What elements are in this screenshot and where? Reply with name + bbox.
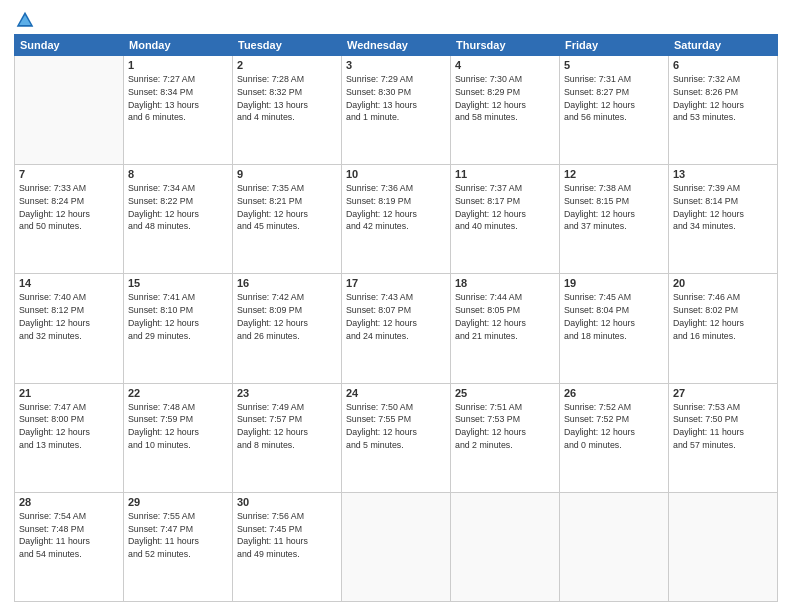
day-info: Sunrise: 7:28 AM Sunset: 8:32 PM Dayligh… bbox=[237, 73, 337, 124]
weekday-header-tuesday: Tuesday bbox=[233, 35, 342, 56]
day-cell: 7Sunrise: 7:33 AM Sunset: 8:24 PM Daylig… bbox=[15, 165, 124, 274]
day-number: 14 bbox=[19, 277, 119, 289]
day-info: Sunrise: 7:30 AM Sunset: 8:29 PM Dayligh… bbox=[455, 73, 555, 124]
day-number: 12 bbox=[564, 168, 664, 180]
day-cell bbox=[342, 492, 451, 601]
day-cell: 30Sunrise: 7:56 AM Sunset: 7:45 PM Dayli… bbox=[233, 492, 342, 601]
logo bbox=[14, 10, 36, 26]
day-info: Sunrise: 7:42 AM Sunset: 8:09 PM Dayligh… bbox=[237, 291, 337, 342]
day-cell: 9Sunrise: 7:35 AM Sunset: 8:21 PM Daylig… bbox=[233, 165, 342, 274]
day-number: 28 bbox=[19, 496, 119, 508]
day-cell: 27Sunrise: 7:53 AM Sunset: 7:50 PM Dayli… bbox=[669, 383, 778, 492]
day-number: 25 bbox=[455, 387, 555, 399]
day-info: Sunrise: 7:40 AM Sunset: 8:12 PM Dayligh… bbox=[19, 291, 119, 342]
day-info: Sunrise: 7:46 AM Sunset: 8:02 PM Dayligh… bbox=[673, 291, 773, 342]
day-info: Sunrise: 7:56 AM Sunset: 7:45 PM Dayligh… bbox=[237, 510, 337, 561]
day-cell: 28Sunrise: 7:54 AM Sunset: 7:48 PM Dayli… bbox=[15, 492, 124, 601]
day-info: Sunrise: 7:38 AM Sunset: 8:15 PM Dayligh… bbox=[564, 182, 664, 233]
weekday-header-monday: Monday bbox=[124, 35, 233, 56]
week-row-3: 14Sunrise: 7:40 AM Sunset: 8:12 PM Dayli… bbox=[15, 274, 778, 383]
day-cell: 2Sunrise: 7:28 AM Sunset: 8:32 PM Daylig… bbox=[233, 56, 342, 165]
day-cell bbox=[451, 492, 560, 601]
week-row-5: 28Sunrise: 7:54 AM Sunset: 7:48 PM Dayli… bbox=[15, 492, 778, 601]
day-number: 21 bbox=[19, 387, 119, 399]
day-number: 7 bbox=[19, 168, 119, 180]
day-number: 18 bbox=[455, 277, 555, 289]
day-info: Sunrise: 7:32 AM Sunset: 8:26 PM Dayligh… bbox=[673, 73, 773, 124]
day-cell: 12Sunrise: 7:38 AM Sunset: 8:15 PM Dayli… bbox=[560, 165, 669, 274]
day-info: Sunrise: 7:44 AM Sunset: 8:05 PM Dayligh… bbox=[455, 291, 555, 342]
day-cell: 8Sunrise: 7:34 AM Sunset: 8:22 PM Daylig… bbox=[124, 165, 233, 274]
day-info: Sunrise: 7:52 AM Sunset: 7:52 PM Dayligh… bbox=[564, 401, 664, 452]
header bbox=[14, 10, 778, 26]
day-info: Sunrise: 7:53 AM Sunset: 7:50 PM Dayligh… bbox=[673, 401, 773, 452]
day-cell: 10Sunrise: 7:36 AM Sunset: 8:19 PM Dayli… bbox=[342, 165, 451, 274]
logo-icon bbox=[15, 10, 35, 30]
day-info: Sunrise: 7:33 AM Sunset: 8:24 PM Dayligh… bbox=[19, 182, 119, 233]
day-number: 3 bbox=[346, 59, 446, 71]
day-number: 15 bbox=[128, 277, 228, 289]
day-info: Sunrise: 7:39 AM Sunset: 8:14 PM Dayligh… bbox=[673, 182, 773, 233]
calendar-table: SundayMondayTuesdayWednesdayThursdayFrid… bbox=[14, 34, 778, 602]
day-number: 5 bbox=[564, 59, 664, 71]
day-cell: 26Sunrise: 7:52 AM Sunset: 7:52 PM Dayli… bbox=[560, 383, 669, 492]
day-number: 6 bbox=[673, 59, 773, 71]
day-cell: 20Sunrise: 7:46 AM Sunset: 8:02 PM Dayli… bbox=[669, 274, 778, 383]
day-cell: 22Sunrise: 7:48 AM Sunset: 7:59 PM Dayli… bbox=[124, 383, 233, 492]
day-info: Sunrise: 7:50 AM Sunset: 7:55 PM Dayligh… bbox=[346, 401, 446, 452]
day-number: 13 bbox=[673, 168, 773, 180]
day-cell: 1Sunrise: 7:27 AM Sunset: 8:34 PM Daylig… bbox=[124, 56, 233, 165]
day-info: Sunrise: 7:49 AM Sunset: 7:57 PM Dayligh… bbox=[237, 401, 337, 452]
week-row-1: 1Sunrise: 7:27 AM Sunset: 8:34 PM Daylig… bbox=[15, 56, 778, 165]
day-cell: 24Sunrise: 7:50 AM Sunset: 7:55 PM Dayli… bbox=[342, 383, 451, 492]
day-number: 26 bbox=[564, 387, 664, 399]
day-info: Sunrise: 7:37 AM Sunset: 8:17 PM Dayligh… bbox=[455, 182, 555, 233]
day-info: Sunrise: 7:55 AM Sunset: 7:47 PM Dayligh… bbox=[128, 510, 228, 561]
day-info: Sunrise: 7:43 AM Sunset: 8:07 PM Dayligh… bbox=[346, 291, 446, 342]
day-number: 20 bbox=[673, 277, 773, 289]
day-number: 11 bbox=[455, 168, 555, 180]
day-info: Sunrise: 7:47 AM Sunset: 8:00 PM Dayligh… bbox=[19, 401, 119, 452]
weekday-header-row: SundayMondayTuesdayWednesdayThursdayFrid… bbox=[15, 35, 778, 56]
day-info: Sunrise: 7:27 AM Sunset: 8:34 PM Dayligh… bbox=[128, 73, 228, 124]
weekday-header-sunday: Sunday bbox=[15, 35, 124, 56]
day-cell bbox=[669, 492, 778, 601]
day-number: 29 bbox=[128, 496, 228, 508]
day-info: Sunrise: 7:31 AM Sunset: 8:27 PM Dayligh… bbox=[564, 73, 664, 124]
day-info: Sunrise: 7:36 AM Sunset: 8:19 PM Dayligh… bbox=[346, 182, 446, 233]
day-number: 8 bbox=[128, 168, 228, 180]
week-row-4: 21Sunrise: 7:47 AM Sunset: 8:00 PM Dayli… bbox=[15, 383, 778, 492]
day-cell: 16Sunrise: 7:42 AM Sunset: 8:09 PM Dayli… bbox=[233, 274, 342, 383]
day-cell: 13Sunrise: 7:39 AM Sunset: 8:14 PM Dayli… bbox=[669, 165, 778, 274]
day-number: 4 bbox=[455, 59, 555, 71]
day-number: 17 bbox=[346, 277, 446, 289]
day-info: Sunrise: 7:41 AM Sunset: 8:10 PM Dayligh… bbox=[128, 291, 228, 342]
day-cell bbox=[560, 492, 669, 601]
day-cell: 3Sunrise: 7:29 AM Sunset: 8:30 PM Daylig… bbox=[342, 56, 451, 165]
day-cell: 18Sunrise: 7:44 AM Sunset: 8:05 PM Dayli… bbox=[451, 274, 560, 383]
weekday-header-saturday: Saturday bbox=[669, 35, 778, 56]
day-info: Sunrise: 7:51 AM Sunset: 7:53 PM Dayligh… bbox=[455, 401, 555, 452]
day-cell: 23Sunrise: 7:49 AM Sunset: 7:57 PM Dayli… bbox=[233, 383, 342, 492]
day-number: 27 bbox=[673, 387, 773, 399]
day-cell: 6Sunrise: 7:32 AM Sunset: 8:26 PM Daylig… bbox=[669, 56, 778, 165]
weekday-header-wednesday: Wednesday bbox=[342, 35, 451, 56]
day-number: 24 bbox=[346, 387, 446, 399]
day-info: Sunrise: 7:48 AM Sunset: 7:59 PM Dayligh… bbox=[128, 401, 228, 452]
weekday-header-friday: Friday bbox=[560, 35, 669, 56]
day-cell: 25Sunrise: 7:51 AM Sunset: 7:53 PM Dayli… bbox=[451, 383, 560, 492]
day-info: Sunrise: 7:54 AM Sunset: 7:48 PM Dayligh… bbox=[19, 510, 119, 561]
day-cell: 21Sunrise: 7:47 AM Sunset: 8:00 PM Dayli… bbox=[15, 383, 124, 492]
day-cell: 19Sunrise: 7:45 AM Sunset: 8:04 PM Dayli… bbox=[560, 274, 669, 383]
day-number: 19 bbox=[564, 277, 664, 289]
day-info: Sunrise: 7:29 AM Sunset: 8:30 PM Dayligh… bbox=[346, 73, 446, 124]
week-row-2: 7Sunrise: 7:33 AM Sunset: 8:24 PM Daylig… bbox=[15, 165, 778, 274]
day-cell bbox=[15, 56, 124, 165]
day-number: 30 bbox=[237, 496, 337, 508]
day-number: 16 bbox=[237, 277, 337, 289]
day-number: 2 bbox=[237, 59, 337, 71]
day-cell: 5Sunrise: 7:31 AM Sunset: 8:27 PM Daylig… bbox=[560, 56, 669, 165]
day-number: 9 bbox=[237, 168, 337, 180]
day-info: Sunrise: 7:45 AM Sunset: 8:04 PM Dayligh… bbox=[564, 291, 664, 342]
day-info: Sunrise: 7:34 AM Sunset: 8:22 PM Dayligh… bbox=[128, 182, 228, 233]
